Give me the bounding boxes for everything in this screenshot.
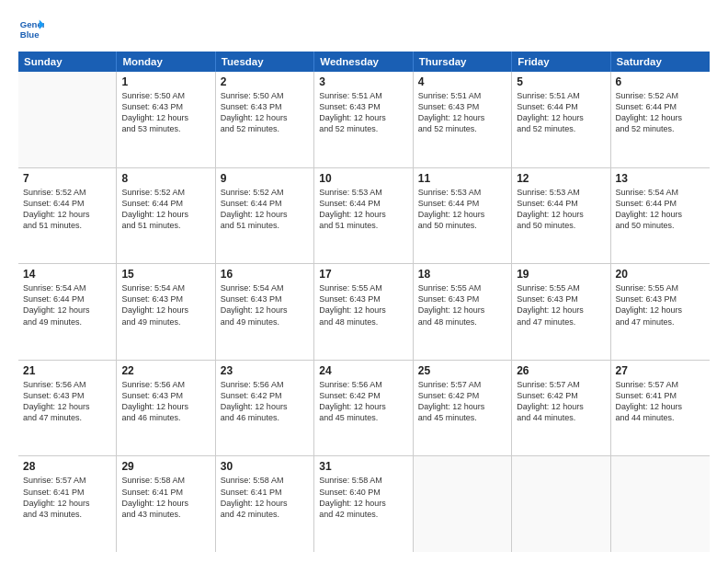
day-number: 24	[319, 364, 407, 377]
day-number: 5	[517, 75, 605, 88]
logo-icon: General Blue	[18, 17, 44, 42]
calendar-day-28: 28Sunrise: 5:57 AM Sunset: 6:41 PM Dayli…	[18, 456, 117, 552]
calendar-day-2: 2Sunrise: 5:50 AM Sunset: 6:43 PM Daylig…	[216, 72, 314, 167]
day-number: 21	[23, 364, 111, 377]
day-number: 20	[616, 268, 705, 281]
day-number: 3	[319, 75, 407, 88]
day-header-sunday: Sunday	[18, 52, 117, 72]
calendar-day-4: 4Sunrise: 5:51 AM Sunset: 6:43 PM Daylig…	[414, 72, 512, 167]
day-number: 4	[418, 75, 506, 88]
calendar-day-7: 7Sunrise: 5:52 AM Sunset: 6:44 PM Daylig…	[18, 168, 117, 264]
calendar-day-29: 29Sunrise: 5:58 AM Sunset: 6:41 PM Dayli…	[117, 456, 215, 552]
day-info: Sunrise: 5:51 AM Sunset: 6:43 PM Dayligh…	[319, 90, 407, 135]
calendar-week-5: 28Sunrise: 5:57 AM Sunset: 6:41 PM Dayli…	[18, 456, 710, 552]
day-info: Sunrise: 5:52 AM Sunset: 6:44 PM Dayligh…	[23, 187, 111, 232]
day-number: 10	[319, 172, 407, 185]
day-number: 13	[616, 172, 705, 185]
day-number: 11	[418, 172, 506, 185]
day-header-monday: Monday	[117, 52, 215, 72]
day-number: 16	[221, 268, 309, 281]
logo: General Blue	[18, 17, 44, 42]
day-info: Sunrise: 5:50 AM Sunset: 6:43 PM Dayligh…	[121, 90, 210, 135]
day-info: Sunrise: 5:52 AM Sunset: 6:44 PM Dayligh…	[121, 187, 210, 232]
calendar-day-26: 26Sunrise: 5:57 AM Sunset: 6:42 PM Dayli…	[512, 361, 610, 456]
day-info: Sunrise: 5:53 AM Sunset: 6:44 PM Dayligh…	[517, 187, 605, 232]
day-number: 9	[221, 172, 309, 185]
day-number: 2	[221, 75, 309, 88]
calendar-day-22: 22Sunrise: 5:56 AM Sunset: 6:43 PM Dayli…	[117, 361, 215, 456]
day-number: 23	[221, 364, 309, 377]
day-info: Sunrise: 5:52 AM Sunset: 6:44 PM Dayligh…	[616, 90, 705, 135]
day-info: Sunrise: 5:55 AM Sunset: 6:43 PM Dayligh…	[418, 282, 506, 327]
calendar-header-row: SundayMondayTuesdayWednesdayThursdayFrid…	[18, 52, 710, 72]
day-info: Sunrise: 5:51 AM Sunset: 6:44 PM Dayligh…	[517, 90, 605, 135]
calendar-body: 1Sunrise: 5:50 AM Sunset: 6:43 PM Daylig…	[18, 72, 710, 552]
day-info: Sunrise: 5:55 AM Sunset: 6:43 PM Dayligh…	[616, 282, 705, 327]
day-info: Sunrise: 5:57 AM Sunset: 6:42 PM Dayligh…	[418, 379, 506, 424]
day-info: Sunrise: 5:57 AM Sunset: 6:41 PM Dayligh…	[616, 379, 705, 424]
calendar-day-19: 19Sunrise: 5:55 AM Sunset: 6:43 PM Dayli…	[512, 264, 610, 360]
day-info: Sunrise: 5:56 AM Sunset: 6:42 PM Dayligh…	[221, 379, 309, 424]
calendar-day-5: 5Sunrise: 5:51 AM Sunset: 6:44 PM Daylig…	[512, 72, 610, 167]
calendar: SundayMondayTuesdayWednesdayThursdayFrid…	[18, 52, 710, 552]
day-info: Sunrise: 5:58 AM Sunset: 6:40 PM Dayligh…	[319, 475, 407, 520]
calendar-day-11: 11Sunrise: 5:53 AM Sunset: 6:44 PM Dayli…	[414, 168, 512, 264]
day-info: Sunrise: 5:56 AM Sunset: 6:43 PM Dayligh…	[23, 379, 111, 424]
day-number: 26	[517, 364, 605, 377]
day-number: 22	[121, 364, 210, 377]
day-info: Sunrise: 5:51 AM Sunset: 6:43 PM Dayligh…	[418, 90, 506, 135]
calendar-day-30: 30Sunrise: 5:58 AM Sunset: 6:41 PM Dayli…	[216, 456, 314, 552]
day-number: 15	[121, 268, 210, 281]
day-info: Sunrise: 5:53 AM Sunset: 6:44 PM Dayligh…	[418, 187, 506, 232]
day-number: 25	[418, 364, 506, 377]
day-info: Sunrise: 5:58 AM Sunset: 6:41 PM Dayligh…	[221, 475, 309, 520]
calendar-day-6: 6Sunrise: 5:52 AM Sunset: 6:44 PM Daylig…	[611, 72, 710, 167]
day-info: Sunrise: 5:53 AM Sunset: 6:44 PM Dayligh…	[319, 187, 407, 232]
day-info: Sunrise: 5:57 AM Sunset: 6:41 PM Dayligh…	[23, 475, 111, 520]
calendar-day-13: 13Sunrise: 5:54 AM Sunset: 6:44 PM Dayli…	[611, 168, 710, 264]
calendar-day-12: 12Sunrise: 5:53 AM Sunset: 6:44 PM Dayli…	[512, 168, 610, 264]
calendar-day-15: 15Sunrise: 5:54 AM Sunset: 6:43 PM Dayli…	[117, 264, 215, 360]
calendar-day-3: 3Sunrise: 5:51 AM Sunset: 6:43 PM Daylig…	[314, 72, 413, 167]
calendar-day-20: 20Sunrise: 5:55 AM Sunset: 6:43 PM Dayli…	[611, 264, 710, 360]
day-info: Sunrise: 5:52 AM Sunset: 6:44 PM Dayligh…	[221, 187, 309, 232]
calendar-week-2: 7Sunrise: 5:52 AM Sunset: 6:44 PM Daylig…	[18, 168, 710, 265]
calendar-day-25: 25Sunrise: 5:57 AM Sunset: 6:42 PM Dayli…	[414, 361, 512, 456]
day-info: Sunrise: 5:56 AM Sunset: 6:42 PM Dayligh…	[319, 379, 407, 424]
day-number: 27	[616, 364, 705, 377]
calendar-day-14: 14Sunrise: 5:54 AM Sunset: 6:44 PM Dayli…	[18, 264, 117, 360]
day-number: 6	[616, 75, 705, 88]
day-number: 30	[221, 460, 309, 473]
calendar-week-1: 1Sunrise: 5:50 AM Sunset: 6:43 PM Daylig…	[18, 72, 710, 168]
calendar-empty	[18, 72, 117, 167]
day-number: 1	[121, 75, 210, 88]
calendar-week-3: 14Sunrise: 5:54 AM Sunset: 6:44 PM Dayli…	[18, 264, 710, 361]
calendar-day-1: 1Sunrise: 5:50 AM Sunset: 6:43 PM Daylig…	[117, 72, 215, 167]
day-number: 17	[319, 268, 407, 281]
day-number: 12	[517, 172, 605, 185]
day-header-friday: Friday	[512, 52, 610, 72]
calendar-day-23: 23Sunrise: 5:56 AM Sunset: 6:42 PM Dayli…	[216, 361, 314, 456]
day-info: Sunrise: 5:50 AM Sunset: 6:43 PM Dayligh…	[221, 90, 309, 135]
calendar-day-17: 17Sunrise: 5:55 AM Sunset: 6:43 PM Dayli…	[314, 264, 413, 360]
day-number: 29	[121, 460, 210, 473]
day-info: Sunrise: 5:57 AM Sunset: 6:42 PM Dayligh…	[517, 379, 605, 424]
page-header: General Blue	[18, 17, 710, 42]
day-number: 31	[319, 460, 407, 473]
svg-text:Blue: Blue	[20, 29, 40, 40]
day-header-saturday: Saturday	[611, 52, 710, 72]
calendar-day-10: 10Sunrise: 5:53 AM Sunset: 6:44 PM Dayli…	[314, 168, 413, 264]
day-info: Sunrise: 5:54 AM Sunset: 6:43 PM Dayligh…	[121, 282, 210, 327]
day-number: 19	[517, 268, 605, 281]
day-info: Sunrise: 5:56 AM Sunset: 6:43 PM Dayligh…	[121, 379, 210, 424]
day-info: Sunrise: 5:54 AM Sunset: 6:44 PM Dayligh…	[23, 282, 111, 327]
calendar-week-4: 21Sunrise: 5:56 AM Sunset: 6:43 PM Dayli…	[18, 361, 710, 457]
day-number: 28	[23, 460, 111, 473]
day-info: Sunrise: 5:54 AM Sunset: 6:43 PM Dayligh…	[221, 282, 309, 327]
calendar-day-18: 18Sunrise: 5:55 AM Sunset: 6:43 PM Dayli…	[414, 264, 512, 360]
calendar-empty	[611, 456, 710, 552]
day-info: Sunrise: 5:55 AM Sunset: 6:43 PM Dayligh…	[319, 282, 407, 327]
calendar-day-21: 21Sunrise: 5:56 AM Sunset: 6:43 PM Dayli…	[18, 361, 117, 456]
calendar-day-16: 16Sunrise: 5:54 AM Sunset: 6:43 PM Dayli…	[216, 264, 314, 360]
day-info: Sunrise: 5:54 AM Sunset: 6:44 PM Dayligh…	[616, 187, 705, 232]
